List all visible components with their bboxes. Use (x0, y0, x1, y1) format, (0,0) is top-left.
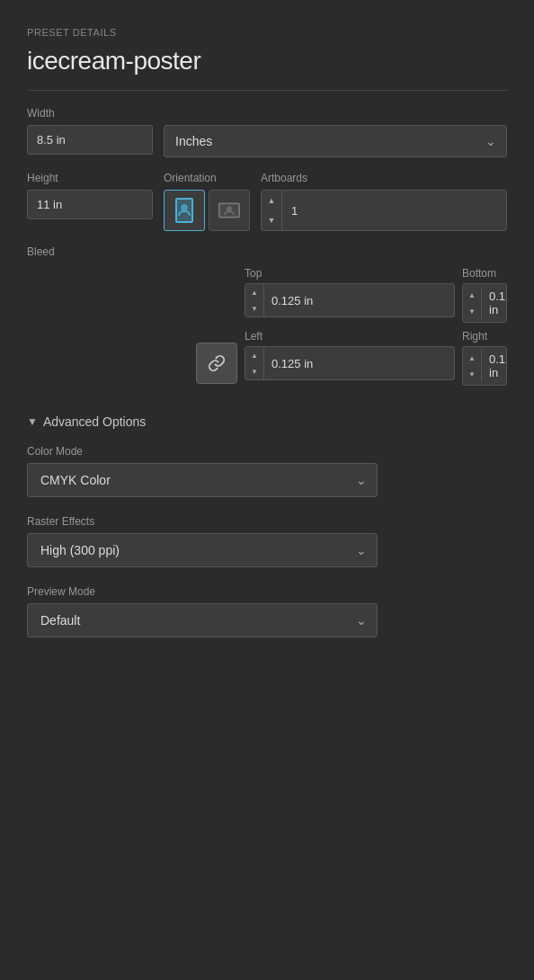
preview-mode-label: Preview Mode (27, 585, 507, 598)
bleed-top-decrement[interactable]: ▼ (245, 300, 263, 316)
artboards-increment[interactable]: ▲ (262, 191, 281, 210)
title-divider (27, 90, 507, 91)
height-input[interactable] (27, 190, 153, 219)
height-label: Height (27, 172, 153, 184)
bleed-bottom-label: Bottom (462, 267, 507, 280)
width-label: Width (27, 107, 507, 120)
preview-mode-section: Preview Mode Default Pixel Overprint ⌄ (27, 585, 507, 637)
bleed-link-button[interactable] (196, 343, 237, 384)
chevron-down-icon: ▼ (27, 415, 38, 428)
svg-point-5 (227, 206, 232, 211)
bleed-right-label: Right (462, 330, 507, 343)
portrait-button[interactable] (164, 190, 205, 231)
bleed-right-item: Right ▲ ▼ 0.125 in (462, 330, 507, 386)
color-mode-select[interactable]: CMYK Color RGB Color Grayscale (27, 463, 378, 497)
bleed-right-value: 0.125 in (482, 347, 507, 385)
advanced-options-label: Advanced Options (43, 414, 146, 429)
bleed-bottom-increment[interactable]: ▲ (463, 287, 481, 303)
bleed-label: Bleed (27, 245, 507, 258)
bleed-bottom-decrement[interactable]: ▼ (463, 303, 481, 319)
orientation-label: Orientation (164, 172, 217, 184)
raster-effects-section: Raster Effects High (300 ppi) Screen (72… (27, 515, 507, 567)
artboards-label: Artboards (261, 172, 507, 184)
preset-title: icecream-poster (27, 47, 507, 76)
bleed-right-decrement[interactable]: ▼ (463, 366, 481, 382)
artboards-decrement[interactable]: ▼ (262, 210, 281, 230)
width-input[interactable] (27, 125, 153, 155)
color-mode-label: Color Mode (27, 445, 507, 458)
raster-effects-select[interactable]: High (300 ppi) Screen (72 ppi) Medium (1… (27, 533, 378, 567)
preview-mode-select[interactable]: Default Pixel Overprint (27, 603, 378, 637)
raster-effects-label: Raster Effects (27, 515, 507, 528)
bleed-left-item: Left ▲ ▼ 0.125 in (245, 330, 455, 386)
landscape-button[interactable] (209, 190, 250, 231)
bleed-top-label: Top (245, 267, 455, 280)
bleed-left-value: 0.125 in (264, 352, 454, 376)
svg-point-2 (181, 204, 188, 211)
advanced-options-toggle[interactable]: ▼ Advanced Options (27, 414, 507, 429)
bleed-top-item: Top ▲ ▼ 0.125 in (245, 267, 455, 323)
artboards-spinner: ▲ ▼ (261, 190, 507, 231)
color-mode-section: Color Mode CMYK Color RGB Color Grayscal… (27, 445, 507, 497)
bleed-bottom-value: 0.125 in (482, 284, 507, 322)
bleed-left-decrement[interactable]: ▼ (245, 363, 263, 379)
bleed-bottom-item: Bottom ▲ ▼ 0.125 in (462, 267, 507, 323)
bleed-right-increment[interactable]: ▲ (463, 350, 481, 366)
bleed-left-increment[interactable]: ▲ (245, 347, 263, 363)
artboards-spinner-buttons: ▲ ▼ (262, 191, 282, 230)
bleed-top-increment[interactable]: ▲ (245, 284, 263, 300)
bleed-left-label: Left (245, 330, 455, 343)
artboards-input[interactable] (282, 197, 506, 225)
bleed-top-value: 0.125 in (264, 289, 454, 313)
unit-select[interactable]: Inches Pixels Centimeters Millimeters Po… (164, 125, 507, 157)
preset-label: PRESET DETAILS (27, 27, 507, 38)
